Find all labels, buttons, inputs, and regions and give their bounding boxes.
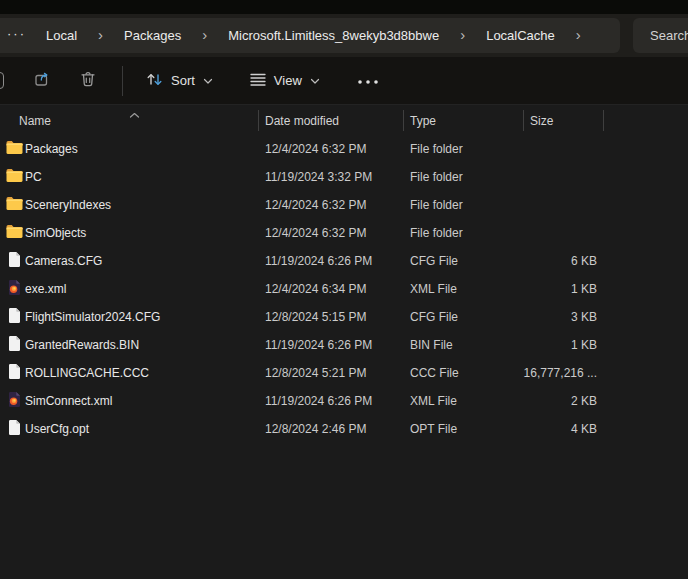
folder-icon <box>6 197 23 214</box>
file-row[interactable]: SimObjects 12/4/2024 6:32 PM File folder <box>0 219 688 247</box>
file-row[interactable]: Packages 12/4/2024 6:32 PM File folder <box>0 135 688 163</box>
file-type: File folder <box>410 198 463 212</box>
file-size: 1 KB <box>523 282 597 296</box>
chevron-down-icon <box>310 73 320 88</box>
file-date-modified: 12/4/2024 6:34 PM <box>265 282 366 296</box>
share-icon <box>33 70 52 92</box>
share-button[interactable] <box>22 63 62 99</box>
breadcrumb-item-local[interactable]: Local <box>34 28 89 43</box>
file-row[interactable]: ROLLINGCACHE.CCC 12/8/2024 5:21 PM CCC F… <box>0 359 688 387</box>
column-divider[interactable] <box>403 110 404 131</box>
xml-file-icon <box>8 392 21 411</box>
document-icon <box>8 336 21 355</box>
file-size: 6 KB <box>523 254 597 268</box>
file-type: CFG File <box>410 310 458 324</box>
sort-ascending-icon <box>129 105 140 123</box>
document-icon <box>8 364 21 383</box>
file-size: 4 KB <box>523 422 597 436</box>
folder-icon <box>6 141 23 158</box>
toolbar-separator <box>122 66 123 96</box>
file-name: GrantedRewards.BIN <box>25 338 139 352</box>
file-size: 1 KB <box>523 338 597 352</box>
file-list-panel: Name Date modified Type Size Packages 12… <box>0 105 688 579</box>
column-header-name[interactable]: Name <box>19 114 51 128</box>
search-box[interactable] <box>633 18 688 53</box>
view-button[interactable]: View <box>239 63 330 99</box>
column-header-size[interactable]: Size <box>530 114 553 128</box>
file-row[interactable]: SceneryIndexes 12/4/2024 6:32 PM File fo… <box>0 191 688 219</box>
sort-icon <box>145 71 164 91</box>
file-row[interactable]: GrantedRewards.BIN 11/19/2024 6:26 PM BI… <box>0 331 688 359</box>
sort-button[interactable]: Sort <box>135 63 223 99</box>
file-row[interactable]: PC 11/19/2024 3:32 PM File folder <box>0 163 688 191</box>
file-explorer-window: { "breadcrumb": { "overflow_label": "···… <box>0 0 688 579</box>
column-header-type[interactable]: Type <box>410 114 436 128</box>
breadcrumb-item-localcache[interactable]: LocalCache <box>474 28 567 43</box>
file-row[interactable]: exe.xml 12/4/2024 6:34 PM XML File 1 KB <box>0 275 688 303</box>
xml-file-icon <box>8 280 21 299</box>
file-type: File folder <box>410 142 463 156</box>
chevron-down-icon <box>203 73 213 88</box>
delete-button[interactable] <box>68 63 108 99</box>
file-name: SimObjects <box>25 226 86 240</box>
document-icon <box>8 252 21 271</box>
folder-icon <box>6 225 23 242</box>
breadcrumb-chevron-icon[interactable]: › <box>451 26 474 45</box>
file-name: SceneryIndexes <box>25 198 111 212</box>
file-row[interactable]: Cameras.CFG 11/19/2024 6:26 PM CFG File … <box>0 247 688 275</box>
breadcrumb-overflow-button[interactable]: ··· <box>0 26 34 45</box>
address-bar: ···Local›Packages›Microsoft.Limitless_8w… <box>0 14 688 57</box>
breadcrumb-chevron-icon[interactable]: › <box>89 26 112 45</box>
breadcrumb-item-packages[interactable]: Packages <box>112 28 193 43</box>
file-rows: Packages 12/4/2024 6:32 PM File folder P… <box>0 135 688 443</box>
file-date-modified: 11/19/2024 6:26 PM <box>265 338 372 352</box>
file-type: XML File <box>410 282 457 296</box>
file-date-modified: 12/8/2024 2:46 PM <box>265 422 366 436</box>
folder-icon <box>6 169 23 186</box>
file-size: 3 KB <box>523 310 597 324</box>
search-input[interactable] <box>633 18 688 53</box>
file-name: SimConnect.xml <box>25 394 112 408</box>
view-icon <box>249 72 267 90</box>
document-icon <box>8 420 21 439</box>
breadcrumb-chevron-icon[interactable]: › <box>193 26 216 45</box>
cropped-toolbar-icon <box>0 72 4 89</box>
column-divider[interactable] <box>258 110 259 131</box>
file-name: exe.xml <box>25 282 66 296</box>
ellipsis-icon <box>357 73 379 88</box>
file-date-modified: 12/8/2024 5:21 PM <box>265 366 366 380</box>
file-name: UserCfg.opt <box>25 422 89 436</box>
file-row[interactable]: UserCfg.opt 12/8/2024 2:46 PM OPT File 4… <box>0 415 688 443</box>
breadcrumb-item-microsoft.limitless_8wekyb3d8bbwe[interactable]: Microsoft.Limitless_8wekyb3d8bbwe <box>216 28 451 43</box>
file-size: 16,777,216 ... <box>523 366 597 380</box>
file-type: File folder <box>410 170 463 184</box>
document-icon <box>8 308 21 327</box>
file-type: CCC File <box>410 366 459 380</box>
file-row[interactable]: FlightSimulator2024.CFG 12/8/2024 5:15 P… <box>0 303 688 331</box>
file-date-modified: 12/4/2024 6:32 PM <box>265 226 366 240</box>
column-header-row: Name Date modified Type Size <box>0 105 688 135</box>
file-date-modified: 12/8/2024 5:15 PM <box>265 310 366 324</box>
file-date-modified: 11/19/2024 3:32 PM <box>265 170 372 184</box>
file-type: XML File <box>410 394 457 408</box>
file-date-modified: 11/19/2024 6:26 PM <box>265 254 372 268</box>
file-name: Packages <box>25 142 78 156</box>
column-header-date-modified[interactable]: Date modified <box>265 114 339 128</box>
file-name: PC <box>25 170 42 184</box>
file-name: ROLLINGCACHE.CCC <box>25 366 149 380</box>
view-label: View <box>274 73 302 88</box>
column-divider[interactable] <box>603 110 604 131</box>
window-title-strip <box>0 0 688 14</box>
file-type: BIN File <box>410 338 453 352</box>
breadcrumb-chevron-icon[interactable]: › <box>567 26 590 45</box>
see-more-button[interactable] <box>348 63 388 99</box>
command-toolbar: Sort View <box>0 57 688 105</box>
file-date-modified: 11/19/2024 6:26 PM <box>265 394 372 408</box>
file-type: CFG File <box>410 254 458 268</box>
file-row[interactable]: SimConnect.xml 11/19/2024 6:26 PM XML Fi… <box>0 387 688 415</box>
breadcrumb[interactable]: ···Local›Packages›Microsoft.Limitless_8w… <box>0 18 620 53</box>
trash-icon <box>79 70 97 91</box>
column-divider[interactable] <box>523 110 524 131</box>
file-name: FlightSimulator2024.CFG <box>25 310 160 324</box>
file-type: OPT File <box>410 422 457 436</box>
